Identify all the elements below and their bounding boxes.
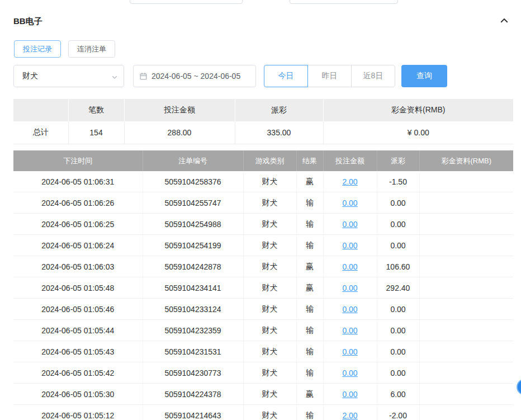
bet-time-cell: 2024-06-05 01:05:12 [13, 405, 143, 420]
calendar-icon [139, 72, 148, 81]
result-cell: 赢 [296, 171, 323, 192]
quick-range-last8days-button[interactable]: 近8日 [351, 65, 395, 87]
bet-time-cell: 2024-06-05 01:05:43 [13, 341, 143, 362]
bet-time-cell: 2024-06-05 01:06:24 [13, 235, 143, 256]
bet-amount-cell: 0.00 [323, 320, 377, 341]
summary-header-payout: 派彩 [235, 99, 323, 121]
bonus-cell [419, 320, 513, 341]
bet-amount-link[interactable]: 0.00 [342, 220, 357, 229]
payout-cell: 292.40 [377, 277, 419, 299]
payout-cell: 0.00 [377, 320, 419, 341]
result-cell: 输 [296, 362, 323, 384]
search-button[interactable]: 查询 [401, 65, 447, 87]
game-type-cell: 财犬 [243, 235, 296, 256]
bet-amount-link[interactable]: 2.00 [342, 411, 357, 420]
bet-amount-link[interactable]: 0.00 [342, 284, 357, 292]
payout-cell: 106.60 [377, 256, 419, 277]
bet-amount-link[interactable]: 0.00 [342, 199, 357, 207]
bet-time-cell: 2024-06-05 01:05:30 [13, 384, 143, 405]
tab-cancelled-orders[interactable]: 连消注单 [68, 40, 115, 58]
result-cell: 输 [296, 341, 323, 362]
bet-table-header-row: 下注时间 注单编号 游戏类别 结果 投注金额 派彩 彩金资料(RMB) [13, 150, 513, 171]
game-type-cell: 财犬 [243, 277, 296, 299]
game-type-cell: 财犬 [243, 299, 296, 320]
bonus-cell [419, 214, 513, 235]
header-order-id: 注单编号 [143, 150, 243, 171]
section-title: BB电子 [13, 16, 42, 27]
table-row: 2024-06-05 01:05:435059104231531财犬输0.000… [13, 341, 513, 362]
bet-time-cell: 2024-06-05 01:05:42 [13, 362, 143, 384]
table-row: 2024-06-05 01:05:425059104230773财犬输0.000… [13, 362, 513, 384]
payout-cell: 0.00 [377, 341, 419, 362]
bet-amount-cell: 0.00 [323, 341, 377, 362]
bet-amount-link[interactable]: 0.00 [342, 347, 357, 356]
summary-header-bet-amount: 投注金额 [124, 99, 235, 121]
top-partial-input-1[interactable] [130, 0, 243, 4]
result-cell: 赢 [296, 384, 323, 405]
game-type-cell: 财犬 [243, 192, 296, 214]
quick-range-yesterday-button[interactable]: 昨日 [307, 65, 352, 87]
bet-table-body: 2024-06-05 01:06:315059104258376财犬赢2.00-… [13, 171, 513, 420]
bet-amount-cell: 0.00 [323, 256, 377, 277]
bonus-cell [419, 341, 513, 362]
header-result: 结果 [296, 150, 323, 171]
table-row: 2024-06-05 01:05:465059104233124财犬输0.000… [13, 299, 513, 320]
payout-cell: 0.00 [377, 362, 419, 384]
result-cell: 赢 [296, 256, 323, 277]
summary-header-count: 笔数 [68, 99, 124, 121]
result-cell: 输 [296, 235, 323, 256]
top-partial-input-2[interactable] [290, 0, 398, 4]
summary-total-row: 总计 154 288.00 335.00 ¥ 0.00 [13, 121, 513, 144]
table-row: 2024-06-05 01:05:125059104214643财犬输2.00-… [13, 405, 513, 420]
bet-amount-link[interactable]: 0.00 [342, 390, 357, 399]
customer-service-button[interactable] [517, 379, 521, 395]
header-payout: 派彩 [377, 150, 419, 171]
bet-time-cell: 2024-06-05 01:05:48 [13, 277, 143, 299]
payout-cell: -1.50 [377, 171, 419, 192]
bet-amount-link[interactable]: 0.00 [342, 369, 357, 377]
bet-amount-link[interactable]: 0.00 [342, 262, 357, 271]
payout-cell: -2.00 [377, 405, 419, 420]
quick-range-today-button[interactable]: 今日 [264, 65, 308, 87]
bonus-cell [419, 299, 513, 320]
bet-amount-link[interactable]: 2.00 [342, 177, 357, 186]
bet-amount-cell: 2.00 [323, 405, 377, 420]
collapse-section-button[interactable] [498, 15, 511, 29]
result-cell: 输 [296, 192, 323, 214]
game-select[interactable]: 财犬 [13, 65, 124, 87]
payout-cell: 0.00 [377, 192, 419, 214]
bet-amount-link[interactable]: 0.00 [342, 305, 357, 314]
tab-bet-records[interactable]: 投注记录 [14, 40, 61, 58]
order-id-cell: 5059104258376 [143, 171, 243, 192]
game-type-cell: 财犬 [243, 341, 296, 362]
result-cell: 输 [296, 405, 323, 420]
bet-amount-link[interactable]: 0.00 [342, 326, 357, 335]
bet-amount-cell: 0.00 [323, 277, 377, 299]
bet-records-table: 下注时间 注单编号 游戏类别 结果 投注金额 派彩 彩金资料(RMB) 2024… [13, 150, 513, 420]
date-range-input[interactable]: 2024-06-05 ~ 2024-06-05 [133, 65, 256, 87]
bonus-cell [419, 384, 513, 405]
table-row: 2024-06-05 01:06:255059104254988财犬输0.000… [13, 214, 513, 235]
game-type-cell: 财犬 [243, 256, 296, 277]
header-bonus: 彩金资料(RMB) [419, 150, 513, 171]
table-row: 2024-06-05 01:06:035059104242878财犬赢0.001… [13, 256, 513, 277]
bet-time-cell: 2024-06-05 01:06:03 [13, 256, 143, 277]
summary-count-value: 154 [68, 121, 124, 144]
bet-amount-cell: 0.00 [323, 362, 377, 384]
bet-amount-link[interactable]: 0.00 [342, 241, 357, 250]
chevron-down-icon [111, 73, 118, 82]
payout-cell: 6.00 [377, 384, 419, 405]
game-type-cell: 财犬 [243, 320, 296, 341]
bet-amount-cell: 0.00 [323, 384, 377, 405]
bonus-cell [419, 192, 513, 214]
order-id-cell: 5059104242878 [143, 256, 243, 277]
table-row: 2024-06-05 01:05:445059104232359财犬输0.000… [13, 320, 513, 341]
summary-bonus-value: ¥ 0.00 [323, 121, 513, 144]
header-bet-amount: 投注金额 [323, 150, 377, 171]
summary-header-row: 笔数 投注金额 派彩 彩金资料(RMB) [13, 99, 513, 121]
order-id-cell: 5059104232359 [143, 320, 243, 341]
table-row: 2024-06-05 01:05:485059104234141财犬赢0.002… [13, 277, 513, 299]
bet-time-cell: 2024-06-05 01:05:46 [13, 299, 143, 320]
payout-cell: 0.00 [377, 214, 419, 235]
table-row: 2024-06-05 01:06:245059104254199财犬输0.000… [13, 235, 513, 256]
